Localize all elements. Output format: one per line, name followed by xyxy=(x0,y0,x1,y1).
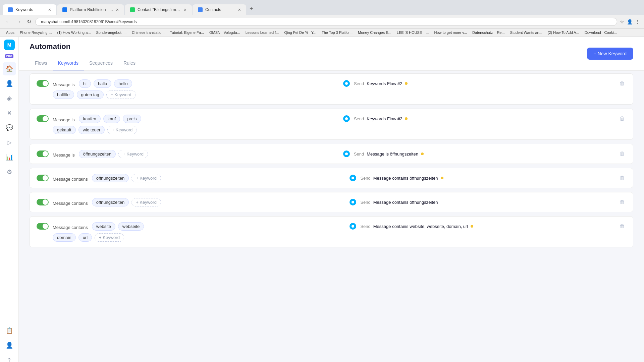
sidebar-item-flows[interactable]: ◈ xyxy=(3,92,16,105)
delete-button-oeff-is[interactable]: 🗑 xyxy=(618,149,626,158)
bookmark-6[interactable]: GMSN - Vologda... xyxy=(207,30,242,35)
bookmark-3[interactable]: Sonderangebot: ... xyxy=(94,30,129,35)
keyword-tag-halloele[interactable]: hallöle xyxy=(53,90,74,99)
toggle-website[interactable] xyxy=(37,223,49,230)
sidebar-item-settings[interactable]: ⚙ xyxy=(3,165,16,179)
tab-plattform[interactable]: Plattform-Richtlinien – Übers... × xyxy=(57,4,124,15)
send-value-oeff-c2[interactable]: Message contains öffnungszeiten xyxy=(373,200,438,205)
keyword-tag-hi[interactable]: hi xyxy=(79,79,91,88)
tab-contacts[interactable]: Contacts × xyxy=(193,4,246,15)
bookmark-8[interactable]: Qing Fei De Yi - Y... xyxy=(282,30,318,35)
new-keyword-button[interactable]: + New Keyword xyxy=(587,48,633,60)
toggle-partial[interactable] xyxy=(37,80,49,87)
bookmark-1[interactable]: Phone Recycling-... xyxy=(18,30,54,35)
bookmark-11[interactable]: LEE 'S HOUSE—... xyxy=(395,30,431,35)
bookmark-7[interactable]: Lessons Learned f... xyxy=(244,30,281,35)
send-value-partial[interactable]: Keywords Flow #2 xyxy=(367,81,402,86)
sidebar-item-contacts[interactable]: 👤 xyxy=(3,77,16,90)
sidebar-item-send[interactable]: ▷ xyxy=(3,136,16,149)
delete-button-oeff-c2[interactable]: 🗑 xyxy=(618,198,626,206)
keyword-tag-kaufen[interactable]: kaufen xyxy=(79,115,101,123)
delete-button-website[interactable]: 🗑 xyxy=(618,222,626,231)
avatar-icon: 👤 xyxy=(6,342,13,349)
keyword-tag-webseite[interactable]: webseite xyxy=(118,222,144,231)
add-keyword-btn-oeff-c2[interactable]: + Keyword xyxy=(131,198,161,206)
tab-close-icon[interactable]: × xyxy=(116,7,119,12)
address-bar[interactable]: manychat.com/fb198150208192061B/cms#/key… xyxy=(35,18,617,26)
sidebar-item-integrations[interactable]: ✕ xyxy=(3,106,16,120)
circle-icon-kaufen[interactable] xyxy=(343,115,350,122)
circle-icon-website[interactable] xyxy=(350,223,356,230)
reload-button[interactable]: ↻ xyxy=(25,17,33,26)
tab-close-icon[interactable]: × xyxy=(48,7,51,12)
tab-close-icon[interactable]: × xyxy=(238,7,241,12)
toggle-oeff-is[interactable] xyxy=(37,150,49,157)
content-area[interactable]: Message is hi hallo hello Send Keywords … xyxy=(19,71,644,362)
bookmark-10[interactable]: Money Changes E... xyxy=(356,30,393,35)
tab-flows[interactable]: Flows xyxy=(30,56,53,70)
keyword-tag-url[interactable]: url xyxy=(78,233,92,242)
circle-icon-partial[interactable] xyxy=(343,80,350,87)
add-keyword-btn-kaufen[interactable]: + Keyword xyxy=(107,126,137,134)
toggle-oeff-c1[interactable] xyxy=(37,175,49,181)
sidebar-item-analytics[interactable]: 📊 xyxy=(3,150,16,164)
keyword-tag-gekauft[interactable]: gekauft xyxy=(53,126,76,134)
toggle-kaufen[interactable] xyxy=(37,115,49,122)
bookmark-4[interactable]: Chinese translatio... xyxy=(130,30,166,35)
row-line1-oeff-is: Message is öffnungszeiten + Keyword Send… xyxy=(37,149,626,158)
add-keyword-btn-oeff-c1[interactable]: + Keyword xyxy=(131,174,161,182)
add-keyword-btn-partial[interactable]: + Keyword xyxy=(106,90,136,99)
tab-contact[interactable]: Contact "Bildungsfirma" thro... × xyxy=(125,4,192,15)
bookmark-icon[interactable]: ☆ xyxy=(620,19,624,24)
keyword-tag-wie-teuer[interactable]: wie teuer xyxy=(78,126,105,134)
sidebar-item-report[interactable]: 📋 xyxy=(3,324,16,337)
keyword-tag-preis[interactable]: preis xyxy=(123,115,141,123)
add-keyword-btn-website[interactable]: + Keyword xyxy=(95,233,124,242)
tab-keywords[interactable]: Keywords xyxy=(53,56,84,70)
tab-keywords[interactable]: Keywords × xyxy=(3,4,56,15)
circle-icon-oeff-is[interactable] xyxy=(343,150,350,157)
keyword-tag-kauf[interactable]: kauf xyxy=(103,115,120,123)
forward-button[interactable]: → xyxy=(15,17,23,26)
bookmark-15[interactable]: (2) How To Add A... xyxy=(546,30,581,35)
keyword-tag-oeffnungszeiten-c1[interactable]: öffnungszeiten xyxy=(92,174,129,182)
send-value-kaufen[interactable]: Keywords Flow #2 xyxy=(367,116,402,121)
send-value-oeff-c1[interactable]: Message contains öffnungszeiten xyxy=(373,176,438,181)
tab-sequences[interactable]: Sequences xyxy=(84,56,118,70)
keyword-tag-oeffnungszeiten-c2[interactable]: öffnungszeiten xyxy=(92,198,129,206)
toggle-oeff-c2[interactable] xyxy=(37,199,49,205)
keyword-tag-hallo[interactable]: hallo xyxy=(94,79,111,88)
sidebar-item-help[interactable]: ? xyxy=(3,353,16,362)
send-value-website[interactable]: Message contains website, webseite, doma… xyxy=(373,224,468,229)
sidebar-item-avatar[interactable]: 👤 xyxy=(3,339,16,352)
keyword-tag-website[interactable]: website xyxy=(92,222,115,231)
tab-rules[interactable]: Rules xyxy=(118,56,141,70)
profile-icon[interactable]: 👤 xyxy=(627,19,633,24)
delete-button-partial[interactable]: 🗑 xyxy=(618,79,626,88)
keyword-tag-oeffnungszeiten-is[interactable]: öffnungszeiten xyxy=(79,150,116,158)
app-logo[interactable]: M xyxy=(4,40,15,50)
bookmark-2[interactable]: (1) How Working a... xyxy=(55,30,93,35)
circle-icon-oeff-c1[interactable] xyxy=(350,175,356,181)
bookmark-16[interactable]: Download - Cooki... xyxy=(583,30,619,35)
circle-icon-oeff-c2[interactable] xyxy=(350,199,356,205)
keyword-tag-guten-tag[interactable]: guten tag xyxy=(77,90,104,99)
sidebar-item-home[interactable]: 🏠 xyxy=(3,62,16,75)
keyword-tag-domain[interactable]: domain xyxy=(53,233,76,242)
menu-icon[interactable]: ⋮ xyxy=(635,19,640,24)
tab-close-icon[interactable]: × xyxy=(184,7,186,12)
bookmark-12[interactable]: How to get more v... xyxy=(432,30,469,35)
bookmark-13[interactable]: Datenschutz – Re... xyxy=(470,30,507,35)
keyword-tag-hello[interactable]: hello xyxy=(114,79,132,88)
bookmark-5[interactable]: Tutorial: Eigene Fa... xyxy=(168,30,206,35)
delete-button-oeff-c1[interactable]: 🗑 xyxy=(618,174,626,182)
new-tab-button[interactable]: + xyxy=(247,3,256,15)
add-keyword-btn-oeff-is[interactable]: + Keyword xyxy=(118,150,148,158)
delete-button-kaufen[interactable]: 🗑 xyxy=(618,114,626,123)
back-button[interactable]: ← xyxy=(4,17,12,26)
bookmark-9[interactable]: The Top 3 Platfor... xyxy=(320,30,355,35)
sidebar-item-messages[interactable]: 💬 xyxy=(3,121,16,134)
bookmark-14[interactable]: Student Wants an... xyxy=(508,30,544,35)
send-value-oeff-is[interactable]: Message is öffnungszeiten xyxy=(367,152,418,157)
bookmark-apps[interactable]: Apps xyxy=(4,30,16,35)
